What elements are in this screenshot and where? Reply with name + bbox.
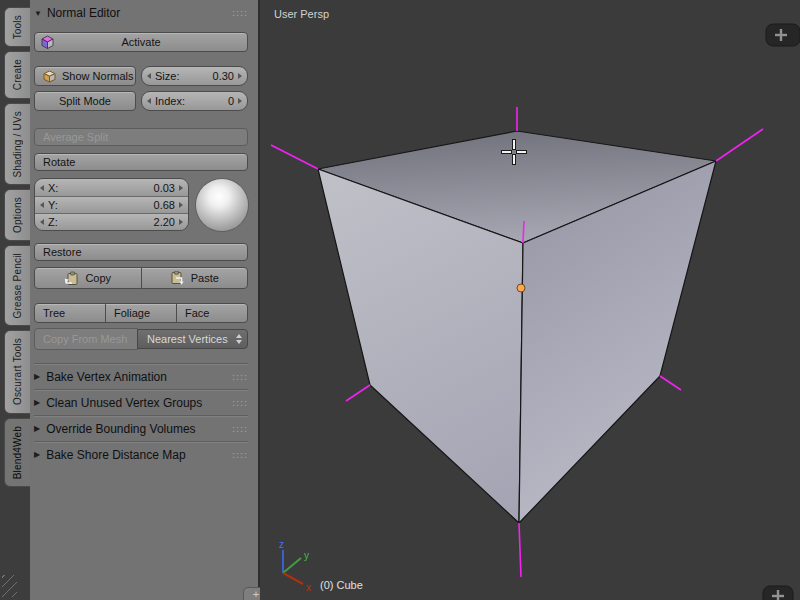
axis-y-label: y xyxy=(304,550,309,561)
viewport-canvas[interactable]: z y x xyxy=(260,0,800,600)
dropdown-arrows-icon xyxy=(236,334,242,344)
decrement-arrow-icon[interactable] xyxy=(40,202,44,208)
normal-direction-sphere-widget[interactable] xyxy=(196,179,248,231)
panel-title: Normal Editor xyxy=(47,6,120,20)
cube-outline-icon xyxy=(43,70,56,83)
tab-create[interactable]: Create xyxy=(4,51,30,98)
drag-dots-icon[interactable]: :::: xyxy=(232,372,248,382)
view-name-label: User Persp xyxy=(274,8,329,20)
resize-grip-icon[interactable] xyxy=(2,575,17,597)
clipboard-paste-icon xyxy=(170,271,185,286)
blend4web-panel-area: ▼ Normal Editor :::: Activate xyxy=(30,0,258,600)
increment-arrow-icon[interactable] xyxy=(179,185,183,191)
drag-dots-icon[interactable]: :::: xyxy=(232,398,248,408)
tab-oscurart-tools[interactable]: Oscurart Tools xyxy=(4,330,30,413)
tab-blend4web[interactable]: Blend4Web xyxy=(4,418,30,487)
average-split-button[interactable]: Average Split xyxy=(34,128,248,146)
rotate-button[interactable]: Rotate xyxy=(34,153,248,171)
tool-shelf-tabs: Tools Create Shading / UVs Options Greas… xyxy=(0,0,30,600)
normal-cube-icon xyxy=(40,35,55,50)
decrement-arrow-icon[interactable] xyxy=(147,73,151,79)
cube-object[interactable] xyxy=(318,131,716,523)
drag-dots-icon[interactable]: :::: xyxy=(232,450,248,460)
index-field[interactable]: Index: 0 xyxy=(141,91,248,111)
drag-dots-icon[interactable]: :::: xyxy=(232,8,248,18)
bake-shore-distance-map-panel-header[interactable]: ▶ Bake Shore Distance Map :::: xyxy=(34,441,248,467)
tab-shading-uvs[interactable]: Shading / UVs xyxy=(4,103,30,186)
decrement-arrow-icon[interactable] xyxy=(40,185,44,191)
decrement-arrow-icon[interactable] xyxy=(40,219,44,225)
collapse-triangle-icon[interactable]: ▼ xyxy=(34,9,42,18)
activate-button[interactable]: Activate xyxy=(34,32,248,52)
normal-vector-fields: X: 0.03 Y: 0.68 Z: 2.20 xyxy=(34,178,189,231)
clipboard-copy-icon xyxy=(64,271,79,286)
face-button[interactable]: Face xyxy=(176,303,248,323)
increment-arrow-icon[interactable] xyxy=(179,202,183,208)
x-field[interactable]: X: 0.03 xyxy=(35,179,188,196)
size-field[interactable]: Size: 0.30 xyxy=(141,66,248,86)
restore-button[interactable]: Restore xyxy=(34,243,248,261)
show-normals-button[interactable]: Show Normals xyxy=(34,66,136,86)
expand-triangle-icon[interactable]: ▶ xyxy=(34,372,40,381)
paste-button[interactable]: Paste xyxy=(141,267,249,289)
increment-arrow-icon[interactable] xyxy=(238,98,242,104)
expand-triangle-icon[interactable]: ▶ xyxy=(34,398,40,407)
tab-grease-pencil[interactable]: Grease Pencil xyxy=(4,245,30,326)
expand-triangle-icon[interactable]: ▶ xyxy=(34,424,40,433)
active-object-label: (0) Cube xyxy=(320,579,363,591)
expand-properties-button[interactable] xyxy=(766,24,800,46)
viewport-3d[interactable]: User Persp xyxy=(260,0,800,600)
vertex-match-dropdown[interactable]: Nearest Vertices xyxy=(137,329,248,349)
foliage-button[interactable]: Foliage xyxy=(105,303,177,323)
axis-z-label: z xyxy=(279,539,284,550)
drag-dots-icon[interactable]: :::: xyxy=(232,424,248,434)
axis-x-label: x xyxy=(306,582,311,593)
expand-triangle-icon[interactable]: ▶ xyxy=(34,450,40,459)
increment-arrow-icon[interactable] xyxy=(238,73,242,79)
tool-shelf: Tools Create Shading / UVs Options Greas… xyxy=(0,0,260,600)
clean-unused-vertex-groups-panel-header[interactable]: ▶ Clean Unused Vertex Groups :::: xyxy=(34,389,248,415)
expand-bottom-button[interactable] xyxy=(763,586,793,600)
object-origin-dot xyxy=(517,284,525,292)
decrement-arrow-icon[interactable] xyxy=(147,98,151,104)
bake-vertex-animation-panel-header[interactable]: ▶ Bake Vertex Animation :::: xyxy=(34,363,248,389)
tab-options[interactable]: Options xyxy=(4,189,30,241)
tree-button[interactable]: Tree xyxy=(34,303,106,323)
tab-tools[interactable]: Tools xyxy=(4,7,30,47)
copy-from-mesh-button[interactable]: Copy From Mesh xyxy=(34,328,138,350)
copy-button[interactable]: Copy xyxy=(34,267,142,289)
blender-window: Tools Create Shading / UVs Options Greas… xyxy=(0,0,800,600)
override-bounding-volumes-panel-header[interactable]: ▶ Override Bounding Volumes :::: xyxy=(34,415,248,441)
y-field[interactable]: Y: 0.68 xyxy=(35,196,188,213)
normal-editor-panel-header[interactable]: ▼ Normal Editor :::: xyxy=(34,4,248,22)
z-field[interactable]: Z: 2.20 xyxy=(35,213,188,230)
split-mode-button[interactable]: Split Mode xyxy=(34,91,136,111)
axis-gizmo: z y x xyxy=(279,539,311,593)
increment-arrow-icon[interactable] xyxy=(179,219,183,225)
